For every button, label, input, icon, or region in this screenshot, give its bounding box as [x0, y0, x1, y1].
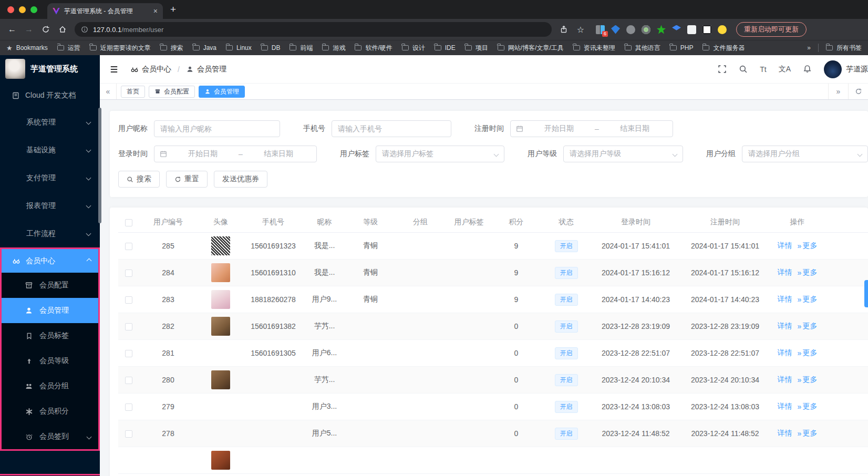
search-icon[interactable] [739, 65, 748, 74]
grid-extension-icon[interactable]: 6 [596, 25, 605, 34]
all-bookmarks-folder[interactable]: 所有书签 [826, 44, 862, 53]
maximize-window-button[interactable] [30, 6, 37, 13]
send-coupon-button[interactable]: 发送优惠券 [214, 171, 267, 188]
more-link[interactable]: »更多 [798, 241, 818, 251]
new-tab-button[interactable]: + [170, 4, 176, 15]
more-link[interactable]: »更多 [798, 322, 818, 331]
detail-link[interactable]: 详情 [778, 348, 792, 358]
minimize-window-button[interactable] [19, 6, 26, 13]
more-link[interactable]: »更多 [798, 295, 818, 304]
bookmark-folder[interactable]: 资讯未整理 [573, 44, 615, 53]
restart-update-button[interactable]: 重新启动即可更新 [736, 22, 807, 37]
quick-settings-tab[interactable] [864, 280, 868, 307]
bookmark-folder[interactable]: 软件/硬件 [355, 44, 392, 53]
sidebar-group[interactable]: 基础设施 [0, 136, 100, 164]
tags-scroll-right-icon[interactable]: » [828, 84, 848, 99]
tab-close-icon[interactable]: × [153, 7, 158, 15]
row-checkbox[interactable] [125, 403, 132, 411]
more-link[interactable]: »更多 [798, 375, 818, 385]
bookmark-folder[interactable]: PHP [670, 44, 694, 51]
row-checkbox[interactable] [125, 270, 132, 277]
sidebar-group[interactable]: 支付管理 [0, 164, 100, 192]
close-window-button[interactable] [7, 6, 14, 13]
bookmark-folder[interactable]: 近期需要读的文章 [90, 44, 151, 53]
row-checkbox-cell[interactable] [118, 376, 139, 384]
sidebar-item-member-points[interactable]: 会员积分 [2, 399, 98, 424]
row-checkbox-cell[interactable] [118, 322, 139, 330]
login-date-range-picker[interactable]: 开始日期 – 结束日期 [154, 146, 317, 162]
more-link[interactable]: »更多 [798, 402, 818, 411]
detail-link[interactable]: 详情 [778, 429, 792, 438]
sidebar-item-member-config[interactable]: 会员配置 [2, 273, 98, 298]
bookmark-folder[interactable]: Java [193, 44, 216, 51]
tab-member-management[interactable]: 会员管理 [199, 86, 245, 98]
breadcrumb-member-center[interactable]: 会员中心 [130, 65, 171, 74]
sidebar-item-member-signin[interactable]: 会员签到 [2, 424, 98, 449]
mobile-input[interactable] [332, 120, 451, 137]
select-all-checkbox[interactable] [118, 218, 139, 226]
sidebar-group[interactable]: 报表管理 [0, 192, 100, 220]
font-size-icon[interactable]: Tt [760, 65, 766, 74]
url-bar[interactable]: 127.0.0.1/member/user [75, 22, 552, 37]
sidebar-item-member-level[interactable]: 会员等级 [2, 348, 98, 374]
row-checkbox-cell[interactable] [118, 402, 139, 411]
browser-tab[interactable]: 芋道管理系统 - 会员管理 × [47, 3, 163, 19]
back-button[interactable]: ← [5, 23, 19, 36]
row-checkbox[interactable] [125, 296, 132, 304]
register-date-range-picker[interactable]: 开始日期 – 结束日期 [510, 120, 673, 137]
fullscreen-icon[interactable] [718, 65, 727, 74]
bookmark-folder[interactable]: 文件服务器 [702, 44, 745, 53]
sidebar-item-member-tags[interactable]: 会员标签 [2, 323, 98, 348]
detail-link[interactable]: 详情 [778, 268, 792, 277]
bookmark-folder[interactable]: 网站/博客/文章/工具 [498, 44, 564, 53]
sidebar-item-member-management[interactable]: 会员管理 [2, 298, 98, 323]
bookmark-star-icon[interactable]: ☆ [574, 23, 587, 36]
bookmark-folder[interactable]: 项目 [465, 44, 488, 53]
row-checkbox-cell[interactable] [118, 429, 139, 438]
home-button[interactable] [56, 23, 69, 36]
info-icon[interactable] [81, 26, 88, 33]
tags-scroll-left-icon[interactable]: « [100, 84, 117, 99]
row-checkbox-cell[interactable] [118, 242, 139, 250]
recorder-extension-icon[interactable] [642, 25, 650, 34]
search-button[interactable]: 搜索 [118, 171, 160, 188]
bookmark-folder[interactable]: IDE [435, 44, 456, 51]
row-checkbox[interactable] [125, 377, 132, 384]
bookmark-folder[interactable]: 设计 [402, 44, 425, 53]
detail-link[interactable]: 详情 [778, 375, 792, 385]
tab-home[interactable]: 首页 [121, 86, 145, 98]
user-group-select[interactable]: 请选择用户分组 [742, 146, 868, 162]
bell-icon[interactable] [803, 65, 812, 74]
sidebar-group[interactable]: 工作流程 [0, 220, 100, 247]
row-checkbox[interactable] [125, 350, 132, 357]
language-icon[interactable]: 文A [779, 65, 791, 74]
more-link[interactable]: »更多 [798, 268, 818, 277]
puzzle-extensions-icon[interactable] [687, 25, 696, 34]
reload-button[interactable] [39, 23, 53, 36]
row-checkbox[interactable] [125, 323, 132, 330]
user-level-select[interactable]: 请选择用户等级 [563, 146, 683, 162]
profile-emoji-icon[interactable] [718, 25, 727, 34]
more-link[interactable]: »更多 [798, 429, 818, 438]
sidebar-toggle-icon[interactable] [702, 25, 711, 34]
bookmarks-root[interactable]: ★ Bookmarks [6, 44, 48, 52]
sidebar-group[interactable]: 系统管理 [0, 108, 100, 136]
detail-link[interactable]: 详情 [778, 322, 792, 331]
vue-devtools-icon[interactable] [611, 25, 620, 34]
bookmark-folder[interactable]: 其他语言 [625, 44, 660, 53]
bookmark-folder[interactable]: 前端 [290, 44, 313, 53]
command-extension-icon[interactable] [626, 25, 635, 34]
bookmark-folder[interactable]: 运营 [57, 44, 80, 53]
logo-row[interactable]: 芋道管理系统 [0, 55, 100, 82]
tags-refresh-icon[interactable] [848, 84, 868, 99]
reset-button[interactable]: 重置 [166, 171, 208, 188]
detail-link[interactable]: 详情 [778, 402, 792, 411]
sidebar-item-member-group[interactable]: 会员分组 [2, 374, 98, 399]
sidebar-scrollbar[interactable] [98, 108, 101, 223]
bookmarks-overflow-icon[interactable]: » [807, 44, 811, 51]
detail-link[interactable]: 详情 [778, 295, 792, 304]
bookmark-folder[interactable]: 游戏 [322, 44, 345, 53]
detail-link[interactable]: 详情 [778, 241, 792, 251]
sidebar-item-cloud-docs[interactable]: Cloud 开发文档 [0, 82, 100, 108]
bookmark-folder[interactable]: 搜索 [160, 44, 183, 53]
